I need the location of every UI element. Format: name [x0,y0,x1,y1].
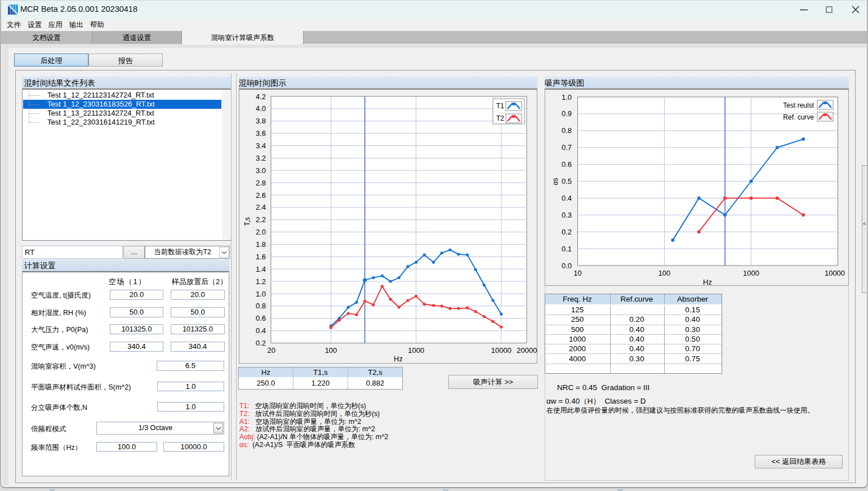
svg-text:0.1: 0.1 [562,245,572,253]
svg-text:1.2: 1.2 [256,277,266,286]
svg-text:Ref. curve: Ref. curve [783,113,814,121]
svg-text:2.0: 2.0 [256,228,266,236]
svg-text:1.4: 1.4 [256,265,266,273]
svg-text:2.4: 2.4 [256,203,266,211]
svg-text:3.2: 3.2 [256,154,266,162]
svg-text:1.0: 1.0 [562,93,572,101]
svg-text:0.6: 0.6 [562,160,572,169]
svg-text:100: 100 [325,346,337,355]
svg-text:0.2: 0.2 [562,228,572,236]
svg-text:20: 20 [268,346,275,355]
svg-text:2.2: 2.2 [256,215,266,224]
svg-text:2.6: 2.6 [256,191,266,200]
svg-text:10: 10 [573,269,581,277]
svg-text:3.6: 3.6 [256,129,266,138]
svg-text:0.0: 0.0 [562,262,572,270]
svg-text:T2: T2 [496,114,504,122]
svg-text:3.8: 3.8 [256,117,266,125]
svg-text:Hz: Hz [394,355,403,363]
svg-text:3.4: 3.4 [256,141,266,150]
svg-text:1000: 1000 [408,346,424,355]
svg-text:T,s: T,s [243,217,251,225]
svg-text:0.7: 0.7 [562,143,572,152]
svg-text:1.6: 1.6 [256,253,266,261]
svg-text:0.4: 0.4 [256,326,266,335]
svg-text:0.2: 0.2 [256,339,266,347]
svg-text:0.4: 0.4 [562,194,572,202]
svg-text:T1: T1 [496,102,504,110]
svg-text:0.5: 0.5 [562,177,572,185]
svg-text:0.8: 0.8 [562,126,572,135]
svg-text:1000: 1000 [743,269,759,277]
svg-text:2.8: 2.8 [256,179,266,187]
svg-text:10000: 10000 [825,269,845,277]
svg-text:1.8: 1.8 [256,240,266,249]
svg-text:4.2: 4.2 [256,92,266,101]
svg-text:3.0: 3.0 [256,166,266,175]
svg-text:Hz: Hz [703,278,712,286]
svg-text:0.3: 0.3 [562,211,572,219]
svg-text:0.8: 0.8 [256,302,266,310]
svg-text:αs: αs [551,178,559,185]
svg-text:10000: 10000 [491,346,511,355]
svg-text:100: 100 [658,269,671,277]
svg-text:4.0: 4.0 [256,104,266,113]
svg-text:Test reulst: Test reulst [783,101,814,109]
svg-text:20000: 20000 [517,346,537,355]
svg-text:0.9: 0.9 [562,109,572,118]
svg-text:1.0: 1.0 [256,290,266,298]
svg-text:0.6: 0.6 [256,314,266,322]
